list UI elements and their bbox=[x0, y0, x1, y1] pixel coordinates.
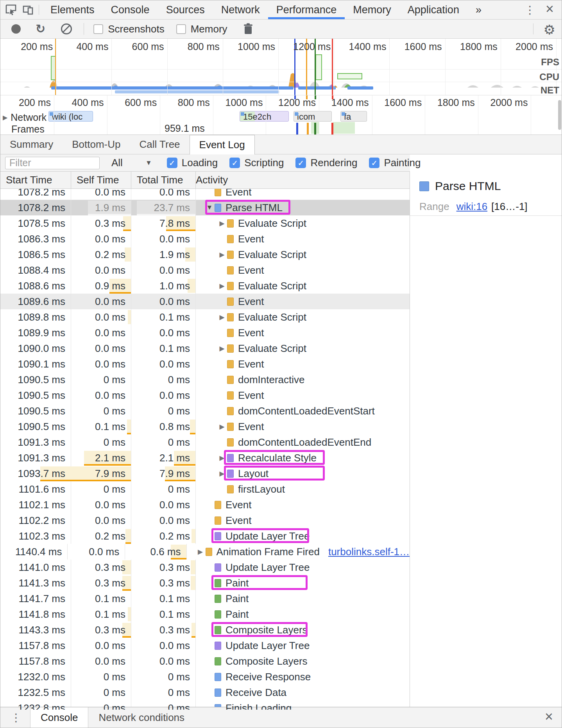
table-row[interactable]: 1089.8 ms0.0 ms0.1 ms▶Evaluate Script bbox=[0, 309, 410, 325]
disclosure-triangle-icon[interactable]: ▶ bbox=[3, 114, 7, 121]
table-row[interactable]: 1078.2 ms1.9 ms23.7 ms▼Parse HTML bbox=[0, 200, 410, 215]
tab-network[interactable]: Network bbox=[213, 0, 268, 19]
expand-arrow-icon[interactable]: ▶ bbox=[217, 219, 227, 228]
table-row[interactable]: 1141.7 ms0.1 ms0.1 msPaint bbox=[0, 591, 410, 606]
tab-bottom-up[interactable]: Bottom-Up bbox=[63, 135, 130, 154]
table-row[interactable]: 1090.0 ms0.0 ms0.1 ms▶Evaluate Script bbox=[0, 341, 410, 356]
table-row[interactable]: 1090.1 ms0.0 ms0.0 msEvent bbox=[0, 356, 410, 372]
column-header-total-time[interactable]: Total Time bbox=[131, 172, 196, 188]
table-row[interactable]: 1143.3 ms0.3 ms0.3 msComposite Layers bbox=[0, 622, 410, 638]
trash-icon[interactable] bbox=[243, 23, 253, 35]
reload-and-profile-icon[interactable]: ↻ bbox=[36, 23, 45, 35]
network-request-pill[interactable]: wiki (loc bbox=[48, 111, 93, 122]
expand-arrow-icon[interactable]: ▶ bbox=[217, 344, 227, 353]
table-row[interactable]: 1157.8 ms0.0 ms0.0 msComposite Layers bbox=[0, 653, 410, 669]
network-request-pill[interactable]: 15e2ch bbox=[240, 111, 289, 122]
expand-arrow-icon[interactable]: ▶ bbox=[195, 548, 206, 556]
tab-sources[interactable]: Sources bbox=[158, 0, 213, 19]
table-row[interactable]: 1090.5 ms0 ms0 msdomInteractive bbox=[0, 372, 410, 387]
scripting-checkbox[interactable]: ✓ bbox=[229, 158, 240, 168]
start-cell: 1093.7 ms bbox=[0, 466, 71, 481]
table-row[interactable]: 1086.5 ms0.2 ms1.9 ms▶Evaluate Script bbox=[0, 247, 410, 262]
column-header-activity[interactable]: Activity bbox=[196, 172, 410, 188]
expand-arrow-icon[interactable]: ▼ bbox=[204, 204, 215, 212]
drawer-more-icon[interactable]: ⋮ bbox=[0, 707, 30, 728]
network-request-pill[interactable]: icom bbox=[294, 111, 332, 122]
tab-console[interactable]: Console bbox=[103, 0, 158, 19]
tab-event-log[interactable]: Event Log bbox=[190, 135, 255, 154]
tab-summary[interactable]: Summary bbox=[0, 135, 63, 154]
table-row[interactable]: 1141.3 ms0.3 ms0.3 msPaint bbox=[0, 575, 410, 591]
table-row[interactable]: 1140.4 ms0.0 ms0.6 ms▶Animation Frame Fi… bbox=[0, 544, 410, 559]
clear-recording-icon[interactable] bbox=[61, 23, 72, 34]
table-row[interactable]: 1141.8 ms0.1 ms0.1 msPaint bbox=[0, 606, 410, 622]
level-select-value[interactable]: All bbox=[111, 157, 123, 169]
tab-application[interactable]: Application bbox=[399, 0, 467, 19]
inspect-element-icon[interactable] bbox=[4, 3, 18, 16]
painting-checkbox[interactable]: ✓ bbox=[369, 158, 379, 168]
screenshots-checkbox[interactable] bbox=[93, 24, 103, 34]
category-filter-loading[interactable]: ✓Loading bbox=[167, 157, 218, 169]
table-row[interactable]: 1078.5 ms0.3 ms7.8 ms▶Evaluate Script bbox=[0, 215, 410, 231]
table-row[interactable]: 1102.1 ms0.0 ms0.0 msEvent bbox=[0, 497, 410, 513]
cell-value: 0.2 ms bbox=[159, 530, 190, 542]
drawer-tab-console[interactable]: Console bbox=[30, 707, 88, 728]
record-button[interactable] bbox=[11, 24, 21, 34]
table-row[interactable]: 1091.3 ms2.1 ms2.1 ms▶Recalculate Style bbox=[0, 450, 410, 466]
activity-label: domContentLoadedEventStart bbox=[238, 405, 375, 417]
expand-arrow-icon[interactable]: ▶ bbox=[217, 454, 227, 462]
capture-settings-gear-icon[interactable]: ⚙ bbox=[544, 22, 555, 38]
more-options-icon[interactable]: ⋮ bbox=[517, 4, 542, 16]
category-filter-rendering[interactable]: ✓Rendering bbox=[295, 157, 357, 169]
table-row[interactable]: 1091.3 ms0 ms0 msdomContentLoadedEventEn… bbox=[0, 434, 410, 450]
frames-lane-label[interactable]: Frames bbox=[0, 124, 47, 135]
table-row[interactable]: 1090.5 ms0.1 ms0.8 ms▶Event bbox=[0, 419, 410, 434]
device-toolbar-icon[interactable] bbox=[21, 3, 35, 16]
table-row[interactable]: 1088.4 ms0.0 ms0.0 msEvent bbox=[0, 262, 410, 278]
table-row[interactable]: 1089.9 ms0.0 ms0.0 msEvent bbox=[0, 325, 410, 341]
table-row[interactable]: 1232.5 ms0 ms0 msReceive Data bbox=[0, 685, 410, 700]
drawer-tab-network-conditions[interactable]: Network conditions bbox=[88, 707, 195, 728]
close-drawer-icon[interactable]: × bbox=[542, 707, 562, 728]
vertical-scrollbar[interactable] bbox=[558, 100, 561, 130]
column-header-start-time[interactable]: Start Time bbox=[0, 172, 71, 188]
memory-checkbox[interactable] bbox=[176, 24, 186, 34]
category-filter-painting[interactable]: ✓Painting bbox=[369, 157, 421, 169]
table-row[interactable]: 1090.5 ms0.0 ms0.0 msEvent bbox=[0, 387, 410, 403]
rendering-checkbox[interactable]: ✓ bbox=[295, 158, 306, 168]
more-tabs-chevron[interactable]: » bbox=[467, 0, 490, 19]
table-row[interactable]: 1088.6 ms0.9 ms1.0 ms▶Evaluate Script bbox=[0, 278, 410, 294]
column-header-self-time[interactable]: Self Time bbox=[71, 172, 131, 188]
category-filter-scripting[interactable]: ✓Scripting bbox=[229, 157, 284, 169]
timeline-overview[interactable]: 200 ms400 ms600 ms800 ms1000 ms1200 ms14… bbox=[0, 39, 562, 95]
tab-elements[interactable]: Elements bbox=[42, 0, 103, 19]
table-row[interactable]: 1078.2 ms0.0 ms0.0 msEvent bbox=[0, 189, 410, 200]
table-row[interactable]: 1157.8 ms0.0 ms0.0 msUpdate Layer Tree bbox=[0, 638, 410, 653]
expand-arrow-icon[interactable]: ▶ bbox=[217, 282, 227, 290]
expand-arrow-icon[interactable]: ▶ bbox=[217, 313, 227, 321]
tab-call-tree[interactable]: Call Tree bbox=[130, 135, 190, 154]
tab-memory[interactable]: Memory bbox=[345, 0, 399, 19]
filter-input[interactable] bbox=[5, 157, 100, 169]
network-lane-label[interactable]: ▶ Network bbox=[0, 112, 49, 123]
expand-arrow-icon[interactable]: ▶ bbox=[217, 470, 227, 478]
table-row[interactable]: 1086.3 ms0.0 ms0.0 msEvent bbox=[0, 231, 410, 247]
close-devtools-icon[interactable]: × bbox=[542, 2, 562, 18]
tab-performance[interactable]: Performance bbox=[268, 0, 345, 19]
table-row[interactable]: 1101.6 ms0 ms0 msfirstLayout bbox=[0, 481, 410, 497]
table-row[interactable]: 1093.7 ms7.9 ms7.9 ms▶Layout bbox=[0, 466, 410, 481]
source-link[interactable]: turbolinks.self-1… bbox=[328, 546, 410, 558]
table-row[interactable]: 1141.0 ms0.3 ms0.3 msUpdate Layer Tree bbox=[0, 559, 410, 575]
table-row[interactable]: 1102.2 ms0.0 ms0.0 msEvent bbox=[0, 513, 410, 528]
expand-arrow-icon[interactable]: ▶ bbox=[217, 251, 227, 259]
table-row[interactable]: 1102.3 ms0.2 ms0.2 msUpdate Layer Tree bbox=[0, 528, 410, 544]
table-row[interactable]: 1089.6 ms0.0 ms0.0 msEvent bbox=[0, 294, 410, 309]
chevron-down-icon[interactable]: ▼ bbox=[145, 159, 152, 167]
table-row[interactable]: 1232.0 ms0 ms0 msReceive Response bbox=[0, 669, 410, 685]
expand-arrow-icon[interactable]: ▶ bbox=[217, 423, 227, 431]
network-request-pill[interactable]: fa bbox=[340, 111, 367, 122]
table-row[interactable]: 1090.5 ms0 ms0 msdomContentLoadedEventSt… bbox=[0, 403, 410, 419]
range-source-link[interactable]: wiki:16 bbox=[456, 201, 487, 213]
loading-checkbox[interactable]: ✓ bbox=[167, 158, 177, 168]
timeline-detail-band[interactable]: ▶ Network Frames wiki (loc15e2chicomfa 9… bbox=[0, 95, 562, 135]
